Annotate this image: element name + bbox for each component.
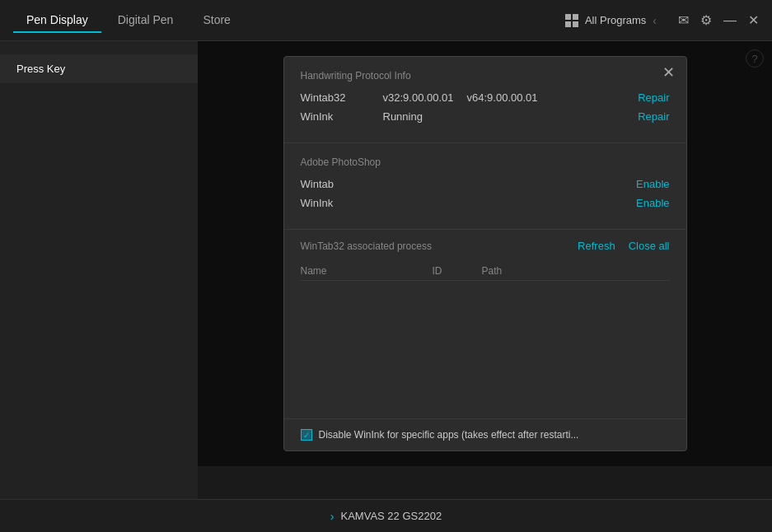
repair-wintab32-button[interactable]: Repair [638,91,669,104]
bottom-bar: › KAMVAS 22 GS2202 [0,499,772,532]
protocol-row-wintab32: Wintab32 v32:9.00.00.01 v64:9.00.00.01 R… [301,91,670,104]
process-header: WinTab32 associated process Refresh Clos… [301,240,670,252]
window-close-icon[interactable]: ✕ [748,12,759,28]
process-list [301,287,670,353]
app-row-winink: WinInk Enable [301,197,670,209]
app-name-wintab: Wintab [301,178,637,190]
content-area: ? ✕ Handwriting Protocol Info Wintab32 v… [198,41,772,499]
protocol-row-winink: WinInk Running Repair [301,110,670,123]
modal-overlay: ✕ Handwriting Protocol Info Wintab32 v32… [198,41,772,466]
col-header-path: Path [482,265,670,277]
sidebar-item-press-key[interactable]: Press Key [0,54,198,83]
chevron-right-icon: › [330,510,335,523]
version1-winink: Running [383,110,423,123]
titlebar-icons: ✉ ⚙ — ✕ [678,12,759,28]
modal-dialog: ✕ Handwriting Protocol Info Wintab32 v32… [283,56,687,451]
app-name-winink: WinInk [301,197,637,209]
col-header-id: ID [433,265,482,277]
apps-label[interactable]: All Programs [585,14,646,26]
tab-store[interactable]: Store [189,8,243,33]
repair-winink-button[interactable]: Repair [638,110,669,123]
minimize-icon[interactable]: — [723,13,737,28]
main-layout: Press Key ? ✕ Handwriting Protocol Info [0,41,772,499]
checkbox-wrapper: ✓ Disable WinInk for specific apps (take… [301,429,579,441]
grid-icon [565,14,578,27]
protocol-section-title: Handwriting Protocol Info [301,70,670,82]
version2-wintab32: v64:9.00.00.01 [467,91,538,104]
chevron-left-icon[interactable]: ‹ [653,14,657,27]
protocol-version-wintab32: v32:9.00.00.01 v64:9.00.00.01 [383,91,639,104]
version1-wintab32: v32:9.00.00.01 [383,91,454,104]
app-section: Adobe PhotoShop Wintab Enable WinInk Ena… [284,143,686,230]
app-section-title: Adobe PhotoShop [301,156,670,168]
process-table-header: Name ID Path [301,262,670,281]
protocol-version-winink: Running [383,110,639,123]
titlebar: Pen Display Digital Pen Store All Progra… [0,0,772,41]
process-section: WinTab32 associated process Refresh Clos… [284,230,686,418]
process-section-title: WinTab32 associated process [301,240,578,252]
close-all-button[interactable]: Close all [629,240,670,252]
mail-icon[interactable]: ✉ [678,12,689,28]
app-row-wintab: Wintab Enable [301,178,670,190]
protocol-section: Handwriting Protocol Info Wintab32 v32:9… [284,57,686,143]
protocol-name-wintab32: Wintab32 [301,91,383,104]
modal-footer: ✓ Disable WinInk for specific apps (take… [284,418,686,450]
col-header-name: Name [301,265,433,277]
refresh-button[interactable]: Refresh [578,240,615,252]
disable-winink-checkbox[interactable]: ✓ [301,429,312,441]
tab-pen-display[interactable]: Pen Display [13,8,101,33]
settings-icon[interactable]: ⚙ [700,12,712,28]
disable-winink-label: Disable WinInk for specific apps (takes … [319,429,579,441]
titlebar-right: All Programs ‹ ✉ ⚙ — ✕ [565,12,759,28]
modal-close-button[interactable]: ✕ [662,65,675,80]
sidebar: Press Key [0,41,198,499]
enable-wintab-button[interactable]: Enable [636,178,669,190]
enable-winink-button[interactable]: Enable [636,197,669,209]
protocol-name-winink: WinInk [301,110,383,123]
nav-tabs: Pen Display Digital Pen Store [13,8,565,33]
checkbox-check-icon: ✓ [303,431,310,440]
apps-section: All Programs ‹ [565,14,657,27]
device-label[interactable]: KAMVAS 22 GS2202 [341,510,442,522]
tab-digital-pen[interactable]: Digital Pen [105,8,187,33]
process-actions: Refresh Close all [578,240,669,252]
